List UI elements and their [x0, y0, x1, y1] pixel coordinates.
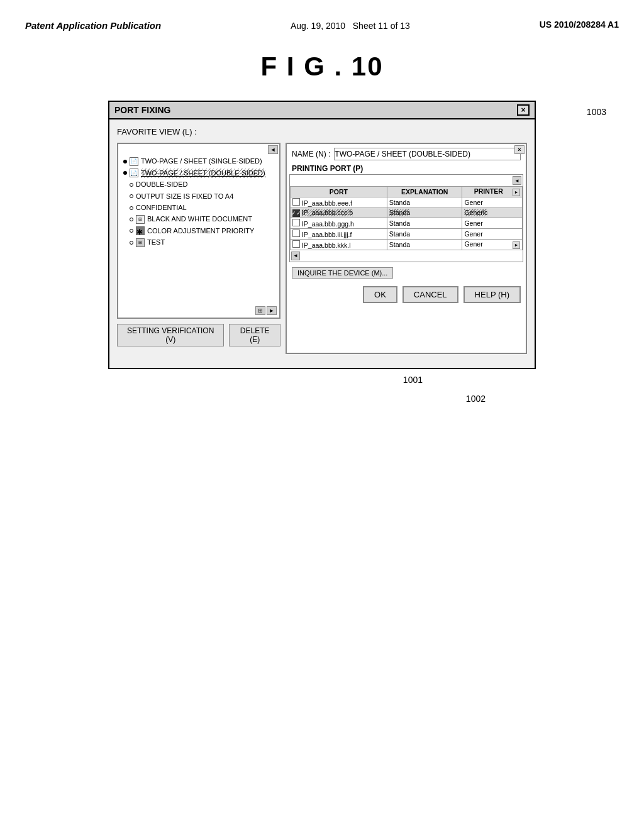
callout-1002: 1002 [466, 394, 486, 404]
col-printer: PRINTER ► [462, 187, 523, 197]
row-checkbox[interactable] [292, 230, 300, 237]
list-item[interactable]: ⊞ BLACK AND WHITE DOCUMENT [122, 214, 275, 224]
inquiry-button[interactable]: INQUIRE THE DEVICE (M)... [292, 267, 393, 279]
left-list-panel[interactable]: ◄ 📄 TWO-PAGE / SHEET (SINGLE-SIDED) [117, 143, 280, 319]
row-checkbox-checked[interactable]: ✓ [292, 209, 300, 217]
scroll-down-icon[interactable]: ⊞ [255, 306, 265, 315]
left-panel-scroll-bottom: ⊞ ► [255, 306, 277, 315]
bullet-open-icon [130, 194, 133, 198]
inquiry-row: INQUIRE THE DEVICE (M)... [287, 265, 526, 281]
bullet-icon [123, 171, 127, 175]
port-table-body: IP_aaa.bbb.eee.f Standa Gener ✓ [291, 197, 523, 250]
right-subdialog: × NAME (N) : PRINTING PORT (P) [286, 143, 527, 354]
delete-button[interactable]: DELETE (E) [229, 324, 280, 346]
list-item-text: OUTPUT SIZE IS FIXED TO A4 [136, 192, 233, 201]
main-dialog: PORT FIXING × FAVORITE VIEW (L) : [108, 101, 536, 369]
publication-title: Patent Application Publication [25, 19, 161, 32]
row-checkbox[interactable] [292, 219, 300, 226]
pages-icon: ⊞ [136, 215, 145, 224]
page-header: Patent Application Publication Aug. 19, … [25, 13, 619, 33]
subdialog-name-row: NAME (N) : [287, 144, 526, 163]
page-container: Patent Application Publication Aug. 19, … [0, 0, 644, 830]
printing-port-label: PRINTING PORT (P) [287, 163, 526, 174]
port-table-container: ◄ PORT EXPLANATION PRINTER ► [289, 174, 523, 262]
bullet-icon [123, 160, 127, 163]
col-explanation: EXPLANATION [387, 187, 462, 197]
table-row[interactable]: IP_aaa.bbb.ggg.h Standa Gener [291, 218, 523, 228]
doc-icon: 📄 [130, 157, 138, 166]
figure-title: F I G . 10 [25, 52, 619, 82]
list-item[interactable]: OUTPUT SIZE IS FIXED TO A4 [122, 192, 275, 201]
dialog-title: PORT FIXING [114, 105, 170, 115]
favorite-view-label: FAVORITE VIEW (L) : [117, 127, 197, 136]
port-table: PORT EXPLANATION PRINTER ► IP_aaa.bbb.ee… [290, 186, 523, 250]
subdialog-name-input[interactable] [334, 148, 521, 160]
action-buttons: OK CANCEL HELP (H) [287, 281, 526, 308]
list-item-text: TWO-PAGE / SHEET (SINGLE-SIDED) [141, 157, 262, 166]
bullet-open-icon [130, 241, 133, 245]
callout-1001: 1001 [403, 375, 423, 385]
scroll-right-icon[interactable]: ► [267, 306, 277, 315]
list-item-text: DOUBLE-SIDED [136, 180, 188, 189]
callout-1003-label: 1003 [587, 107, 606, 117]
list-item-text: BLACK AND WHITE DOCUMENT [147, 214, 252, 224]
dialog-titlebar: PORT FIXING × [109, 102, 535, 119]
col-port: PORT [291, 187, 387, 197]
bullet-open-icon [130, 229, 133, 233]
list-item[interactable]: DOUBLE-SIDED [122, 180, 275, 189]
printer-scroll-right2[interactable]: ► [513, 241, 520, 249]
color-icon: ✱ [136, 226, 145, 235]
list-item[interactable]: ✱ COLOR ADJUSTMENT PRIORITY [122, 226, 275, 236]
list-item-text: CONFIDENTIAL [136, 203, 187, 213]
list-item-text: TEST [147, 238, 165, 247]
ok-button[interactable]: OK [363, 286, 397, 303]
list-item-text: TWO-PAGE / SHEET (DOUBLE-SIDED) [141, 169, 265, 178]
bottom-buttons: SETTING VERIFICATION (V) DELETE (E) [117, 324, 280, 346]
bullet-open-icon [130, 206, 133, 210]
table-header-row: PORT EXPLANATION PRINTER ► [291, 187, 523, 197]
port-scroll-bottom: ◄ [290, 250, 523, 262]
page-info: Aug. 19, 2010 Sheet 11 of 13 [291, 19, 410, 33]
favorite-view-row: FAVORITE VIEW (L) : [117, 127, 527, 136]
verify-button[interactable]: SETTING VERIFICATION (V) [117, 324, 224, 346]
two-panel-area: ◄ 📄 TWO-PAGE / SHEET (SINGLE-SIDED) [117, 143, 527, 354]
list-item[interactable]: CONFIDENTIAL [122, 203, 275, 213]
left-panel-container: ◄ 📄 TWO-PAGE / SHEET (SINGLE-SIDED) [117, 143, 280, 354]
row-checkbox[interactable] [292, 240, 300, 248]
dialog-body: FAVORITE VIEW (L) : ◄ [109, 119, 535, 368]
list-items: 📄 TWO-PAGE / SHEET (SINGLE-SIDED) 📄 TWO-… [118, 154, 279, 252]
doc-icon2: 📄 [130, 169, 138, 177]
printer-scroll-right[interactable]: ► [513, 189, 520, 196]
list-item[interactable]: ⊞ TEST [122, 238, 275, 247]
table-row[interactable]: IP_aaa.bbb.iii.jjj.f Standa Gener [291, 228, 523, 239]
table-row-selected[interactable]: ✓ IP_aaa.bbb.ccc.b [291, 208, 523, 218]
port-scroll-top: ◄ [290, 175, 523, 186]
row-checkbox[interactable] [292, 198, 300, 206]
table-row[interactable]: IP_aaa.bbb.eee.f Standa Gener [291, 197, 523, 208]
bullet-open-icon [130, 183, 133, 187]
subdialog-name-label: NAME (N) : [292, 150, 330, 158]
bullet-open-icon [130, 218, 133, 221]
port-scroll-bottom-btn[interactable]: ◄ [291, 252, 300, 260]
help-button[interactable]: HELP (H) [464, 286, 521, 303]
list-item[interactable]: 📄 TWO-PAGE / SHEET (SINGLE-SIDED) [122, 157, 275, 166]
table-row[interactable]: IP_aaa.bbb.kkk.l Standa Gener ► [291, 239, 523, 250]
left-scroll-top: ◄ [118, 144, 279, 154]
scroll-left-btn[interactable]: ◄ [268, 145, 278, 154]
test-icon: ⊞ [136, 238, 145, 247]
list-item-selected[interactable]: 📄 TWO-PAGE / SHEET (DOUBLE-SIDED) [122, 169, 275, 178]
subdialog-close-button[interactable]: × [514, 145, 525, 154]
port-scroll-left-btn[interactable]: ◄ [513, 176, 521, 185]
cancel-button[interactable]: CANCEL [402, 286, 458, 303]
list-item-text: COLOR ADJUSTMENT PRIORITY [147, 226, 254, 236]
patent-number: US 2010/208284 A1 [540, 19, 619, 31]
close-button[interactable]: × [517, 104, 530, 116]
